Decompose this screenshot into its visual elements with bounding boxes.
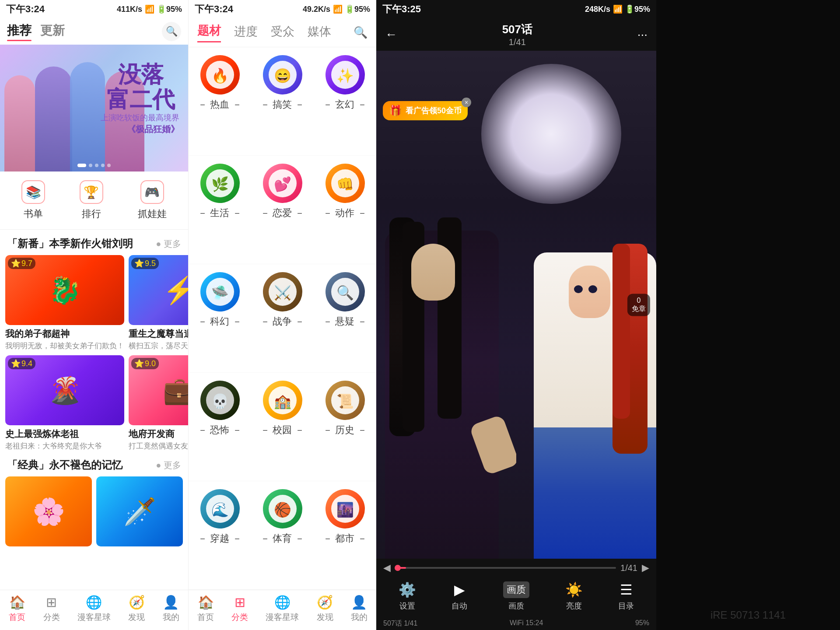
tab-progress[interactable]: 进度 — [234, 24, 258, 42]
reader-bottom: ◀ 1/41 ▶ ⚙️ 设置 ▶ 自动 画质 画质 ☀️ — [376, 559, 656, 630]
cat-kehuan-icon: 🛸 — [200, 272, 240, 312]
wifi-status: WiFi 15:24 — [510, 619, 543, 628]
next-chapter-button[interactable]: ▶ — [642, 562, 649, 574]
nav-profile-2[interactable]: 👤 我的 — [351, 595, 368, 623]
comic-card-0[interactable]: 🐉 ⭐ 9.7 我的弟子都超神 我明明无敌，却被美女弟子们欺负！ — [5, 255, 124, 351]
quick-actions: 📚 书单 🏆 排行 🎮 抓娃娃 — [0, 172, 188, 230]
booklist-action[interactable]: 📚 书单 — [21, 180, 45, 220]
battery-status: 95% — [635, 619, 649, 628]
nav-category-1[interactable]: ⊞ 分类 — [43, 595, 60, 623]
cat-shenghuo-icon: 🌿 — [200, 164, 240, 203]
category-icon-2: ⊞ — [234, 595, 245, 610]
tab-new[interactable]: 更新 — [40, 22, 65, 41]
progress-track[interactable] — [395, 567, 616, 569]
comic-thumb-3: 💼 ⭐ 9.0 — [129, 355, 188, 425]
nav-home-1[interactable]: 🏠 首页 — [9, 595, 25, 623]
ranking-label: 排行 — [82, 207, 101, 220]
comic-grid-1: 🐉 ⭐ 9.7 我的弟子都超神 我明明无敌，却被美女弟子们欺负！ ⚡ ⭐ 9.5… — [0, 255, 188, 451]
reader-more-button[interactable]: ··· — [637, 28, 648, 42]
ad-banner[interactable]: × 🎁 看广告领50金币 — [383, 101, 468, 120]
cat-rexue[interactable]: 🔥 － 热血 － — [189, 47, 251, 156]
category-panel: 下午3:24 49.2K/s 📶 🔋95% 题材 进度 受众 媒体 🔍 🔥 － … — [188, 0, 376, 630]
nav-planet-2[interactable]: 🌐 漫客星球 — [266, 595, 299, 623]
status-bar-1: 下午3:24 411K/s 📶 🔋95% — [0, 0, 188, 18]
back-button[interactable]: ← — [385, 28, 397, 42]
ad-text: 看广告领50金币 — [406, 105, 462, 116]
planet-icon-1: 🌐 — [86, 595, 102, 610]
cat-shenghuo[interactable]: 🌿 － 生活 － — [189, 156, 251, 264]
cat-xiaoyuan[interactable]: 🏫 － 校园 － — [251, 373, 314, 481]
cat-gaoxiao-label: － 搞笑 － — [260, 98, 304, 111]
comic-title-3: 地府开发商 — [129, 428, 188, 440]
prev-chapter-button[interactable]: ◀ — [383, 562, 391, 574]
cat-rexue-label: － 热血 － — [198, 98, 242, 111]
cat-xuanyi[interactable]: 🔍 － 悬疑 － — [314, 264, 376, 373]
search-button-2[interactable]: 🔍 — [354, 26, 368, 39]
catalog-control[interactable]: ☰ 目录 — [618, 581, 634, 611]
nav-planet-1[interactable]: 🌐 漫客星球 — [77, 595, 111, 623]
svg-text:🛸: 🛸 — [211, 284, 229, 301]
quality-control[interactable]: 画质 画质 — [503, 581, 529, 611]
progress-dot — [395, 565, 401, 571]
progress-bar-row: ◀ 1/41 ▶ — [376, 559, 656, 577]
tab-recommend[interactable]: 推荐 — [7, 22, 32, 41]
cat-xuanhuan[interactable]: ✨ － 玄幻 － — [314, 47, 376, 156]
search-button-1[interactable]: 🔍 — [162, 22, 181, 41]
cat-gaoxiao[interactable]: 😄 － 搞笑 － — [251, 47, 314, 156]
comic-card-2[interactable]: 🌋 ⭐ 9.4 史上最强炼体老祖 老祖归来：大爷终究是你大爷 — [5, 355, 124, 451]
booklist-icon: 📚 — [21, 180, 45, 204]
cat-xuanhuan-label: － 玄幻 － — [323, 98, 367, 111]
cat-dongzuo[interactable]: 👊 － 动作 － — [314, 156, 376, 264]
auto-control[interactable]: ▶ 自动 — [452, 581, 467, 611]
tab-subject[interactable]: 题材 — [197, 23, 221, 42]
crane-icon: 🎮 — [140, 180, 164, 204]
category-header: 题材 进度 受众 媒体 🔍 — [189, 18, 376, 47]
comic-card-3[interactable]: 💼 ⭐ 9.0 地府开发商 打工竟然偶遇女友出轨现场?！ — [129, 355, 188, 451]
ranking-action[interactable]: 🏆 排行 — [80, 180, 103, 220]
settings-control[interactable]: ⚙️ 设置 — [399, 581, 416, 611]
section2-more[interactable]: ● 更多 — [156, 459, 181, 471]
svg-text:🔥: 🔥 — [211, 67, 229, 84]
comic-title-2: 史上最强炼体老祖 — [5, 428, 124, 440]
svg-text:💕: 💕 — [274, 176, 291, 192]
comic-rating-3: ⭐ 9.0 — [131, 358, 159, 369]
cat-chuanyue-label: － 穿越 － — [198, 532, 242, 545]
reader-content[interactable]: × 🎁 看广告领50金币 0 免章 — [376, 51, 656, 559]
quality-label: 画质 — [508, 601, 524, 611]
cat-dushi[interactable]: 🌆 － 都市 － — [314, 481, 376, 590]
bottom-nav-2: 🏠 首页 ⊞ 分类 🌐 漫客星球 🧭 发现 👤 我的 — [189, 590, 376, 630]
cat-xiaoyuan-label: － 校园 － — [260, 424, 304, 437]
nav-home-2[interactable]: 🏠 首页 — [197, 595, 214, 623]
cat-chuanyue-icon: 🌊 — [200, 489, 240, 528]
classic-thumb-2[interactable]: 🗡️ — [96, 476, 183, 546]
svg-text:📜: 📜 — [336, 393, 354, 410]
svg-text:⚔️: ⚔️ — [274, 284, 291, 301]
profile-icon-1: 👤 — [163, 595, 179, 610]
nav-category-2[interactable]: ⊞ 分类 — [231, 595, 248, 623]
nav-discover-1[interactable]: 🧭 发现 — [128, 595, 145, 623]
classic-thumb-1[interactable]: 🌸 — [5, 476, 92, 546]
cat-zhanzheng[interactable]: ⚔️ － 战争 － — [251, 264, 314, 373]
char-left — [376, 217, 516, 559]
cat-lianai[interactable]: 💕 － 恋爱 － — [251, 156, 314, 264]
quality-icon: 画质 — [503, 581, 529, 598]
section1-more[interactable]: ● 更多 — [156, 238, 181, 250]
cat-kongbu[interactable]: 💀 － 恐怖 － — [189, 373, 251, 481]
nav-discover-2[interactable]: 🧭 发现 — [317, 595, 333, 623]
tab-media[interactable]: 媒体 — [308, 24, 331, 42]
reader-controls: ⚙️ 设置 ▶ 自动 画质 画质 ☀️ 亮度 ☰ 目录 — [376, 577, 656, 617]
ad-close-button[interactable]: × — [462, 98, 471, 107]
tab-audience[interactable]: 受众 — [271, 24, 294, 42]
section1-header: 「新番」本季新作火钳刘明 ● 更多 — [0, 230, 188, 255]
cat-chuanyue[interactable]: 🌊 － 穿越 － — [189, 481, 251, 590]
cat-tiyu[interactable]: 🏀 － 体育 － — [251, 481, 314, 590]
brightness-control[interactable]: ☀️ 亮度 — [565, 581, 583, 611]
crane-action[interactable]: 🎮 抓娃娃 — [138, 180, 167, 220]
cat-kehuan[interactable]: 🛸 － 科幻 － — [189, 264, 251, 373]
cat-xuanhuan-icon: ✨ — [326, 55, 365, 94]
cat-lishi[interactable]: 📜 － 历史 － — [314, 373, 376, 481]
banner[interactable]: 没落 富二代 上演吃软饭的最高境界 《极品狂婚》 — [0, 45, 188, 172]
comic-card-1[interactable]: ⚡ ⭐ 9.5 重生之魔尊当道 横扫五宗，荡尽天下邪豪 — [129, 255, 188, 351]
nav-profile-1[interactable]: 👤 我的 — [163, 595, 179, 623]
auto-icon: ▶ — [454, 581, 465, 598]
